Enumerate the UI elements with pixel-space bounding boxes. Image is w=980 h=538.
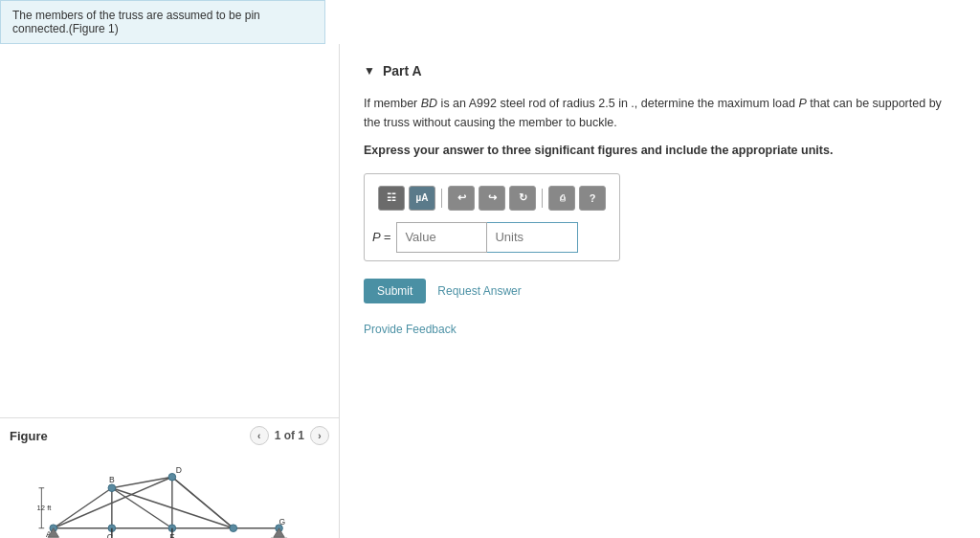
svg-text:G: G <box>279 517 286 527</box>
refresh-button[interactable]: ↻ <box>509 186 536 211</box>
svg-line-5 <box>112 477 172 487</box>
feedback-link[interactable]: Provide Feedback <box>364 323 457 336</box>
prev-button[interactable]: ‹ <box>250 426 269 445</box>
problem-text: If member BD is an A992 steel rod of rad… <box>364 94 956 132</box>
undo-button[interactable]: ↩ <box>448 186 475 211</box>
notice-text: The members of the truss are assumed to … <box>12 9 260 35</box>
svg-text:B: B <box>109 475 115 484</box>
figure-canvas: B D A C F G 12 ft 16 ft 16 ft <box>0 453 339 538</box>
value-input[interactable] <box>396 222 487 253</box>
svg-point-19 <box>230 525 237 532</box>
part-label: Part A <box>383 63 422 78</box>
figure-header: Figure ‹ 1 of 1 › <box>0 417 339 453</box>
part-header: ▼ Part A <box>364 63 956 78</box>
redo-button[interactable]: ↪ <box>479 186 505 211</box>
grid-button[interactable]: ☷ <box>378 186 405 211</box>
help-icon: ? <box>590 192 596 204</box>
collapse-arrow-icon[interactable]: ▼ <box>364 64 375 78</box>
units-input[interactable] <box>487 222 578 253</box>
keyboard-icon: ⎙ <box>560 193 565 203</box>
help-button[interactable]: ? <box>579 186 606 211</box>
mu-a-button[interactable]: µA <box>409 186 435 211</box>
p-label: P = <box>372 230 390 244</box>
svg-text:12 ft: 12 ft <box>37 504 53 512</box>
btn-row: Submit Request Answer <box>364 279 956 303</box>
request-answer-button[interactable]: Request Answer <box>437 284 521 298</box>
figure-nav: ‹ 1 of 1 › <box>250 426 329 445</box>
left-panel: Figure ‹ 1 of 1 › <box>0 44 340 538</box>
next-button[interactable]: › <box>310 426 329 445</box>
toolbar-row: ☷ µA ↩ ↪ ↻ ⎙ ? <box>372 182 612 214</box>
refresh-icon: ↻ <box>519 191 527 204</box>
svg-text:D: D <box>176 465 182 475</box>
pagination-text: 1 of 1 <box>275 429 304 442</box>
separator-1 <box>441 189 442 208</box>
mu-a-icon: µA <box>416 192 429 203</box>
right-panel: ▼ Part A If member BD is an A992 steel r… <box>340 44 980 538</box>
submit-button[interactable]: Submit <box>364 279 426 303</box>
separator-2 <box>542 189 543 208</box>
svg-line-12 <box>172 477 234 527</box>
figure-label: Figure <box>10 429 48 443</box>
input-row: P = <box>372 222 612 253</box>
bold-instruction: Express your answer to three significant… <box>364 142 956 160</box>
answer-box: ☷ µA ↩ ↪ ↻ ⎙ ? <box>364 173 620 261</box>
redo-icon: ↪ <box>488 191 497 204</box>
svg-point-17 <box>168 473 176 481</box>
keyboard-button[interactable]: ⎙ <box>548 186 575 211</box>
svg-line-11 <box>112 488 172 528</box>
grid-icon: ☷ <box>387 191 396 204</box>
undo-icon: ↩ <box>457 191 466 204</box>
svg-line-4 <box>54 488 112 528</box>
notice-bar: The members of the truss are assumed to … <box>0 0 325 44</box>
svg-point-15 <box>108 484 116 492</box>
truss-diagram: B D A C F G 12 ft 16 ft 16 ft <box>31 462 308 538</box>
